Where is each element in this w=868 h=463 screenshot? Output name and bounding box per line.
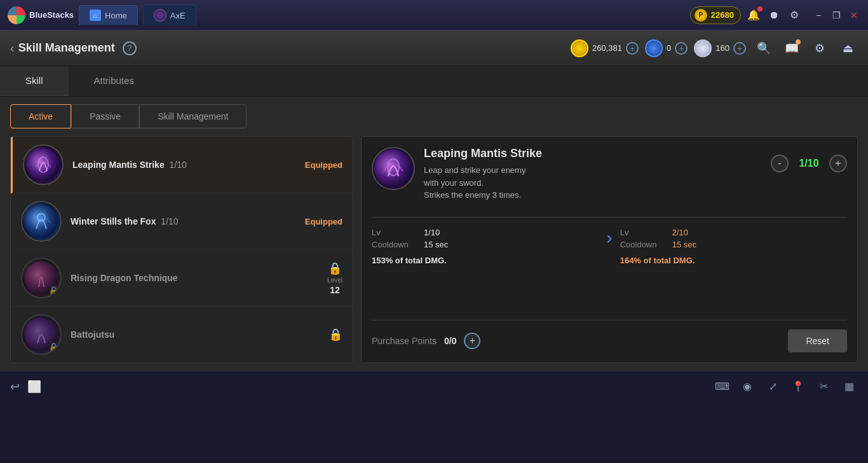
white-value: 160 xyxy=(715,43,729,53)
book-button[interactable]: 📖 xyxy=(782,38,802,59)
tab-axe[interactable]: AxE xyxy=(143,4,196,25)
lock-icon-rising: 🔒 xyxy=(328,261,342,275)
skill-item-rising[interactable]: 🔒 Rising Dragon Technique 🔒 Level 12 xyxy=(11,250,353,307)
grid-icon[interactable]: ▦ xyxy=(840,380,858,393)
detail-skill-name: Leaping Mantis Strike xyxy=(424,147,762,160)
svg-point-6 xyxy=(374,149,412,188)
expand-icon[interactable]: ⤢ xyxy=(764,380,782,393)
purchase-value: 0/0 xyxy=(444,336,456,346)
purchase-add-button[interactable]: + xyxy=(464,333,480,349)
skill-lock-overlay-rising: 🔒 xyxy=(48,286,59,296)
back-arrow-icon: ‹ xyxy=(10,41,15,55)
skill-icon-battojutsu: 🔒 xyxy=(21,314,62,355)
tab-attributes[interactable]: Attributes xyxy=(69,66,159,96)
help-button[interactable]: ? xyxy=(123,41,137,55)
lock-icon-battojutsu: 🔒 xyxy=(329,328,342,342)
skill-icon-leaping-mantis xyxy=(23,144,64,185)
back-button[interactable]: ‹ Skill Management xyxy=(10,41,115,55)
main-tabs: Skill Attributes xyxy=(0,66,868,97)
gold-currency: 260,381 + xyxy=(571,39,639,57)
lv-label-next: Lv xyxy=(620,228,665,237)
skill-info-winter: Winter Stills the Fox 1/10 xyxy=(71,216,296,226)
reset-button[interactable]: Reset xyxy=(788,329,847,352)
skill-item-leaping-mantis[interactable]: Leaping Mantis Strike 1/10 Equipped xyxy=(11,137,353,193)
close-button[interactable]: ✕ xyxy=(848,10,860,20)
subtab-skill-management[interactable]: Skill Management xyxy=(139,104,247,128)
minimize-button[interactable]: − xyxy=(812,10,825,20)
bottom-bar: ↩ ⬜ ⌨ ◉ ⤢ 📍 ✂ ▦ xyxy=(0,371,868,401)
home-tab-icon: ⌂ xyxy=(90,10,101,21)
svg-point-0 xyxy=(27,148,60,181)
dmg-current: 153% of total DMG. xyxy=(372,256,599,265)
settings-button[interactable]: ⚙ xyxy=(787,8,802,23)
skill-lock-overlay-battojutsu: 🔒 xyxy=(48,342,59,352)
game-header: ‹ Skill Management ? 260,381 + 0 + 160 +… xyxy=(0,31,868,66)
currency-group: 260,381 + 0 + 160 + xyxy=(571,39,746,57)
skill-item-winter[interactable]: Winter Stills the Fox 1/10 Equipped xyxy=(11,193,353,250)
detail-stats: Lv 1/10 Cooldown 15 sec 153% of total DM… xyxy=(372,228,847,265)
game-area: Skill Attributes Active Passive Skill Ma… xyxy=(0,66,868,371)
lv-value-next: 2/10 xyxy=(672,228,688,237)
window-controls: − ❐ ✕ xyxy=(812,10,860,20)
gold-add-button[interactable]: + xyxy=(626,42,639,55)
tab-home[interactable]: ⌂ Home xyxy=(79,5,138,25)
keyboard-icon[interactable]: ⌨ xyxy=(713,380,731,393)
skill-list-panel: Leaping Mantis Strike 1/10 Equipped xyxy=(10,136,353,363)
bottom-right-icons: ⌨ ◉ ⤢ 📍 ✂ ▦ xyxy=(713,380,858,393)
subtab-passive[interactable]: Passive xyxy=(71,104,139,128)
scissors-icon[interactable]: ✂ xyxy=(815,380,832,393)
dmg-next: 164% of total DMG. xyxy=(620,256,847,265)
gear-button[interactable]: ⚙ xyxy=(810,38,830,59)
cooldown-value-next: 15 sec xyxy=(672,240,696,249)
next-stats: Lv 2/10 Cooldown 15 sec 164% of total DM… xyxy=(620,228,847,265)
bluestacks-logo-icon xyxy=(8,6,25,24)
skill-badge-area-battojutsu: 🔒 xyxy=(329,328,342,342)
search-button[interactable]: 🔍 xyxy=(754,38,774,59)
tab-axe-label: AxE xyxy=(170,11,186,20)
skill-badge-area-winter: Equipped xyxy=(305,217,342,226)
skill-info-battojutsu: Battojutsu xyxy=(71,329,320,340)
detail-footer: Purchase Points 0/0 + Reset xyxy=(372,320,847,352)
white-icon xyxy=(694,39,712,57)
home-system-button[interactable]: ⬜ xyxy=(27,380,41,394)
lv-value-current: 1/10 xyxy=(424,228,440,237)
back-system-button[interactable]: ↩ xyxy=(10,380,20,394)
blue-add-button[interactable]: + xyxy=(675,42,688,55)
gold-icon xyxy=(571,39,588,57)
record-button[interactable]: ⏺ xyxy=(766,8,782,23)
detail-skill-icon xyxy=(372,147,415,190)
coin-icon: P xyxy=(695,9,707,22)
blue-currency: 0 + xyxy=(645,39,688,57)
skill-icon-winter xyxy=(21,201,62,242)
notification-button[interactable]: 🔔 xyxy=(746,8,761,23)
white-add-button[interactable]: + xyxy=(733,42,746,55)
page-title: Skill Management xyxy=(18,41,115,55)
logout-button[interactable]: ⏏ xyxy=(837,38,858,59)
subtab-active[interactable]: Active xyxy=(10,104,71,128)
skill-panels: Leaping Mantis Strike 1/10 Equipped xyxy=(0,128,868,371)
maximize-button[interactable]: ❐ xyxy=(830,10,843,20)
location-icon[interactable]: 📍 xyxy=(789,380,807,393)
bluestacks-logo-text: BlueStacks xyxy=(29,10,74,20)
equipped-badge-winter: Equipped xyxy=(305,217,342,226)
subtabs: Active Passive Skill Management xyxy=(0,97,868,128)
axe-tab-avatar xyxy=(154,9,166,22)
bluestacks-logo: BlueStacks xyxy=(8,6,74,24)
camera-icon[interactable]: ◉ xyxy=(738,380,756,393)
detail-divider xyxy=(372,217,847,218)
notif-dot xyxy=(757,6,763,11)
level-decrease-button[interactable]: - xyxy=(771,155,789,172)
skill-info-leaping: Leaping Mantis Strike 1/10 xyxy=(72,160,296,170)
skill-detail-panel: Leaping Mantis Strike Leap and strike yo… xyxy=(361,136,858,363)
level-increase-button[interactable]: + xyxy=(829,155,847,172)
tab-home-label: Home xyxy=(105,11,127,20)
tab-skill[interactable]: Skill xyxy=(0,66,69,96)
skill-badge-area-rising: 🔒 Level 12 xyxy=(327,261,342,295)
gold-value: 260,381 xyxy=(592,43,622,53)
blue-value: 0 xyxy=(667,43,671,53)
level-display: 1/10 xyxy=(796,158,822,169)
arrow-divider: › xyxy=(599,228,620,248)
skill-item-battojutsu[interactable]: 🔒 Battojutsu 🔒 xyxy=(11,307,353,363)
purchase-label: Purchase Points xyxy=(372,336,437,346)
coin-badge: P 22680 xyxy=(690,6,741,24)
